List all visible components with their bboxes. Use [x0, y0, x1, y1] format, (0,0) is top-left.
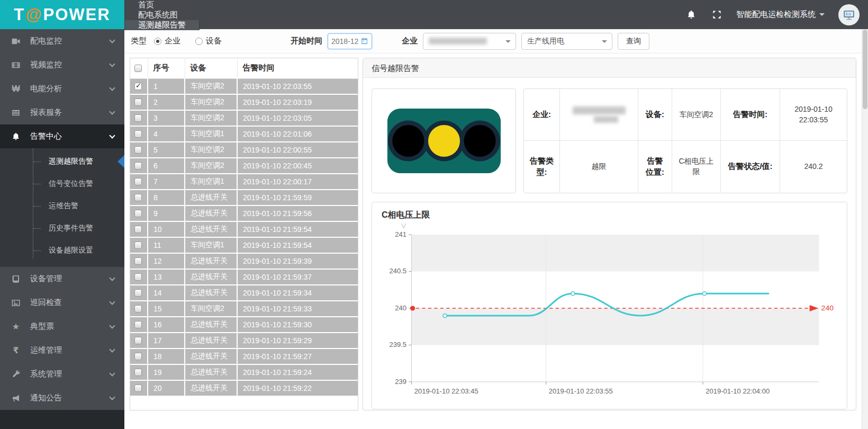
brand-logo[interactable]: T@POWER — [0, 0, 124, 29]
chevron-down-icon — [109, 132, 115, 138]
megaphone-icon — [10, 393, 22, 404]
report-icon — [10, 108, 22, 118]
sidebar-group-8: ₹运维管理 — [0, 338, 124, 362]
alarm-table-row[interactable]: 17总进线开关2019-01-10 21:59:29 — [130, 333, 358, 348]
select-all-checkbox[interactable] — [134, 65, 142, 72]
alarm-table-row[interactable]: 13总进线开关2019-01-10 21:59:37 — [130, 269, 358, 285]
company-select[interactable] — [423, 33, 516, 50]
row-checkbox[interactable] — [134, 321, 142, 328]
alarm-table-row[interactable]: 9总进线开关2019-01-10 21:59:56 — [130, 205, 358, 221]
row-checkbox[interactable] — [134, 353, 142, 360]
sidebar-item-7[interactable]: ★典型票 — [0, 315, 124, 338]
alarm-table-row[interactable]: 20总进线开关2019-01-10 21:59:22 — [130, 380, 358, 396]
field-value-device: 车间空调2 — [672, 89, 721, 141]
radio-company[interactable] — [154, 38, 161, 45]
field-label-alarm-type: 告警类型: — [524, 141, 560, 193]
alarm-table-row[interactable]: 14总进线开关2019-01-10 21:59:34 — [130, 285, 358, 301]
row-checkbox[interactable] — [134, 242, 142, 249]
alarm-table-row[interactable]: 2车间空调22019-01-10 22:03:19 — [130, 94, 358, 110]
cell-time: 2019-01-10 21:59:22 — [237, 380, 358, 396]
row-checkbox[interactable] — [134, 337, 142, 344]
sidebar-item-4[interactable]: 告警中心 — [0, 124, 124, 148]
row-checkbox[interactable] — [134, 369, 142, 376]
radio-company-label[interactable]: 企业 — [165, 36, 180, 46]
alarm-table-row[interactable]: 10总进线开关2019-01-10 21:59:54 — [130, 221, 358, 237]
page-scrollbar[interactable] — [862, 29, 868, 429]
alarm-table-row[interactable]: 5车间空调22019-01-10 22:00:55 — [130, 142, 358, 158]
sidebar-subitem-0[interactable]: 遥测越限告警 — [0, 150, 124, 173]
sidebar-item-6[interactable]: 巡回检查 — [0, 291, 124, 315]
query-button[interactable]: 查询 — [618, 33, 649, 50]
row-checkbox[interactable] — [134, 178, 142, 185]
sidebar-subitem-1[interactable]: 信号变位告警 — [0, 173, 124, 195]
sidebar-submenu: 遥测越限告警信号变位告警运维告警历史事件告警设备越限设置 — [0, 148, 124, 267]
start-time-input[interactable]: 2018-12 — [328, 33, 372, 49]
system-title-dropdown[interactable]: 智能配电运检检测系统 — [736, 10, 825, 20]
top-nav-item-1[interactable]: 配电系统图 — [124, 10, 200, 20]
alarm-table-row[interactable]: 18总进线开关2019-01-10 21:59:27 — [130, 348, 358, 364]
alarm-table-row[interactable]: 1车间空调22019-01-10 22:03:55 — [130, 78, 358, 94]
row-checkbox[interactable] — [134, 114, 142, 122]
svg-text:2019-01-10 22:04:00: 2019-01-10 22:04:00 — [706, 387, 770, 395]
bell-icon[interactable] — [685, 9, 697, 21]
alarm-table-row[interactable]: 6车间空调22019-01-10 22:00:45 — [130, 158, 358, 174]
sidebar-item-1[interactable]: 视频监控 — [0, 53, 124, 77]
sidebar-subitem-2[interactable]: 运维告警 — [0, 195, 124, 217]
sidebar-item-5[interactable]: 设备管理 — [0, 267, 124, 291]
alarm-table-row[interactable]: 4车间空调12019-01-10 22:01:06 — [130, 126, 358, 142]
radio-device-label[interactable]: 设备 — [206, 36, 222, 46]
user-avatar[interactable] — [838, 4, 860, 25]
scrollbar-thumb[interactable] — [863, 30, 867, 109]
cell-device: 总进线开关 — [185, 205, 237, 221]
fullscreen-expand-icon[interactable] — [711, 9, 722, 21]
row-checkbox[interactable] — [134, 162, 142, 169]
line-select[interactable]: 生产线用电 — [521, 33, 612, 50]
alarm-table-row[interactable]: 16总进线开关2019-01-10 21:59:30 — [130, 317, 358, 333]
calendar-icon[interactable] — [360, 37, 368, 45]
sidebar-item-0[interactable]: 配电监控 — [0, 29, 124, 53]
voltage-chart-card: C相电压上限 239239.5240240.5241V2019-01-10 22… — [372, 202, 847, 409]
sidebar-item-2[interactable]: ₩电能分析 — [0, 77, 124, 101]
row-checkbox[interactable] — [134, 273, 142, 281]
cell-time: 2019-01-10 22:00:45 — [237, 158, 358, 174]
cell-device: 总进线开关 — [185, 190, 237, 205]
alarm-table-row[interactable]: 15车间空调22019-01-10 21:59:33 — [130, 301, 358, 317]
alarm-table-row[interactable]: 19总进线开关2019-01-10 21:59:24 — [130, 364, 358, 380]
alarm-table-row[interactable]: 3车间空调22019-01-10 22:03:05 — [130, 110, 358, 126]
sidebar-group-9: 系统管理 — [0, 362, 124, 386]
sidebar-item-label: 运维管理 — [30, 345, 110, 355]
sidebar-subitem-3[interactable]: 历史事件告警 — [0, 217, 124, 239]
row-checkbox[interactable] — [134, 385, 142, 392]
sidebar-item-9[interactable]: 系统管理 — [0, 362, 124, 386]
alarm-table-panel: 序号 设备 告警时间 1车间空调22019-01-10 22:03:552车间空… — [130, 58, 358, 410]
chevron-down-icon — [109, 61, 115, 67]
alarm-table-row[interactable]: 11车间空调12019-01-10 21:59:54 — [130, 237, 358, 253]
svg-text:240.5: 240.5 — [389, 267, 406, 275]
sidebar-item-10[interactable]: 通知公告 — [0, 386, 124, 410]
chevron-down-icon — [819, 13, 825, 19]
alarm-table-row[interactable]: 12总进线开关2019-01-10 21:59:39 — [130, 253, 358, 269]
alarm-table-row[interactable]: 8总进线开关2019-01-10 21:59:59 — [130, 190, 358, 205]
sidebar-item-3[interactable]: 报表服务 — [0, 101, 124, 124]
row-checkbox[interactable] — [134, 194, 142, 201]
row-checkbox[interactable] — [134, 210, 142, 217]
row-checkbox[interactable] — [134, 99, 142, 106]
sidebar-item-label: 报表服务 — [30, 108, 110, 118]
row-checkbox[interactable] — [134, 146, 142, 154]
alarm-table-row[interactable]: 7车间空调12019-01-10 22:00:17 — [130, 174, 358, 190]
sidebar: 配电监控视频监控₩电能分析报表服务告警中心遥测越限告警信号变位告警运维告警历史事… — [0, 29, 124, 429]
row-checkbox[interactable] — [134, 83, 142, 90]
row-checkbox[interactable] — [134, 130, 142, 138]
row-checkbox[interactable] — [134, 305, 142, 312]
top-nav-item-0[interactable]: 首页 — [124, 0, 200, 10]
row-checkbox[interactable] — [134, 289, 142, 297]
sidebar-subitem-4[interactable]: 设备越限设置 — [0, 239, 124, 262]
traffic-light-card — [372, 88, 516, 193]
top-nav-item-2[interactable]: 遥测越限告警 — [124, 20, 200, 30]
sidebar-subitem-label: 遥测越限告警 — [49, 157, 93, 166]
row-checkbox[interactable] — [134, 226, 142, 233]
radio-device[interactable] — [195, 38, 203, 45]
row-checkbox[interactable] — [134, 257, 142, 265]
cell-device: 车间空调1 — [185, 237, 237, 253]
sidebar-item-8[interactable]: ₹运维管理 — [0, 338, 124, 362]
